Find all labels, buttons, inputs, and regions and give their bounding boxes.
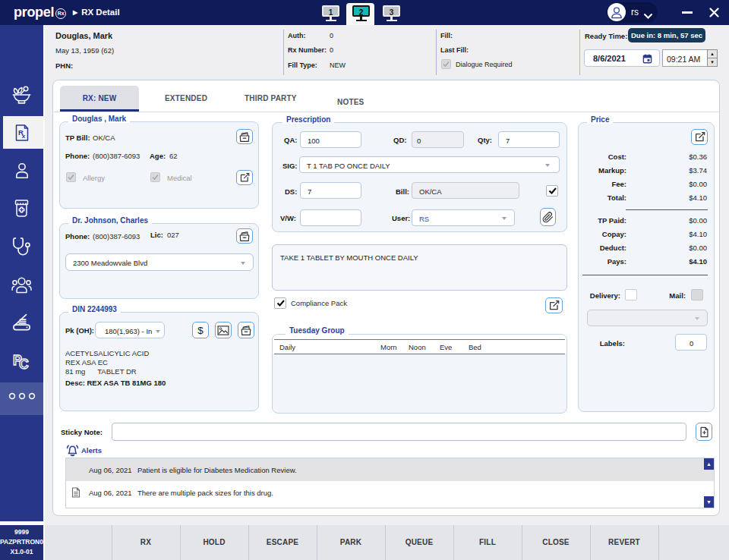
svg-text:x: x bbox=[21, 133, 25, 140]
svg-text:C: C bbox=[19, 357, 29, 372]
